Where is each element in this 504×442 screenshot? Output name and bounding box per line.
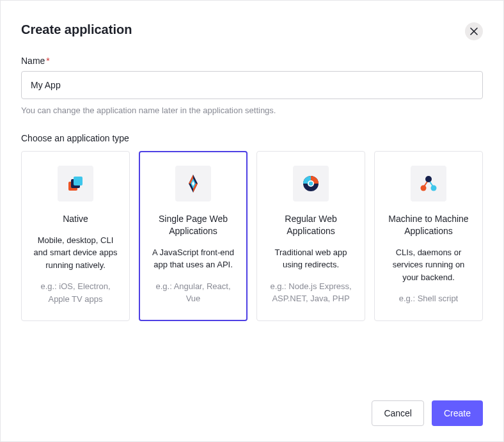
type-card-m2m[interactable]: Machine to Machine Applications CLIs, da… [374, 151, 483, 321]
cancel-button[interactable]: Cancel [372, 400, 424, 426]
m2m-icon [418, 173, 439, 194]
type-card-spa[interactable]: Single Page Web Applications A JavaScrip… [139, 151, 248, 321]
create-application-modal: Create application Name* You can change … [0, 0, 504, 442]
svg-point-10 [309, 182, 313, 185]
type-desc: CLIs, daemons or services running on you… [384, 246, 473, 284]
type-desc: A JavaScript front-end app that uses an … [148, 246, 238, 271]
type-card-native[interactable]: Native Mobile, desktop, CLI and smart de… [21, 151, 130, 321]
spa-icon [182, 173, 204, 194]
application-type-grid: Native Mobile, desktop, CLI and smart de… [21, 151, 483, 321]
modal-footer: Cancel Create [21, 388, 483, 426]
type-title: Single Page Web Applications [148, 213, 238, 237]
type-example: e.g.: Shell script [399, 292, 459, 305]
name-input[interactable] [21, 71, 483, 99]
close-button[interactable] [465, 22, 483, 40]
name-hint: You can change the application name late… [21, 106, 483, 115]
svg-point-13 [425, 176, 432, 182]
svg-point-14 [421, 185, 427, 191]
type-example: e.g.: Node.js Express, ASP.NET, Java, PH… [266, 280, 356, 305]
m2m-icon-wrap [411, 166, 446, 201]
modal-title: Create application [21, 22, 132, 37]
type-example: e.g.: Angular, React, Vue [148, 280, 238, 305]
type-card-regular-web[interactable]: Regular Web Applications Traditional web… [256, 151, 365, 321]
regular-web-icon-wrap [293, 166, 329, 201]
type-desc: Traditional web app using redirects. [266, 246, 356, 271]
type-title: Regular Web Applications [266, 213, 356, 237]
type-desc: Mobile, desktop, CLI and smart device ap… [31, 234, 120, 272]
type-title: Native [63, 213, 88, 225]
modal-header: Create application [21, 22, 483, 40]
type-section-label: Choose an application type [21, 133, 483, 143]
native-icon [65, 173, 86, 194]
native-icon-wrap [58, 166, 93, 201]
regular-web-icon [300, 173, 322, 194]
name-label-text: Name [21, 56, 45, 66]
close-icon [470, 28, 478, 35]
type-title: Machine to Machine Applications [384, 213, 473, 237]
type-example: e.g.: iOS, Electron, Apple TV apps [31, 280, 120, 305]
create-button[interactable]: Create [432, 400, 483, 426]
svg-rect-2 [74, 177, 83, 185]
name-label: Name* [21, 56, 483, 66]
spa-icon-wrap [175, 166, 211, 201]
svg-point-15 [431, 185, 437, 191]
required-indicator: * [46, 56, 49, 66]
